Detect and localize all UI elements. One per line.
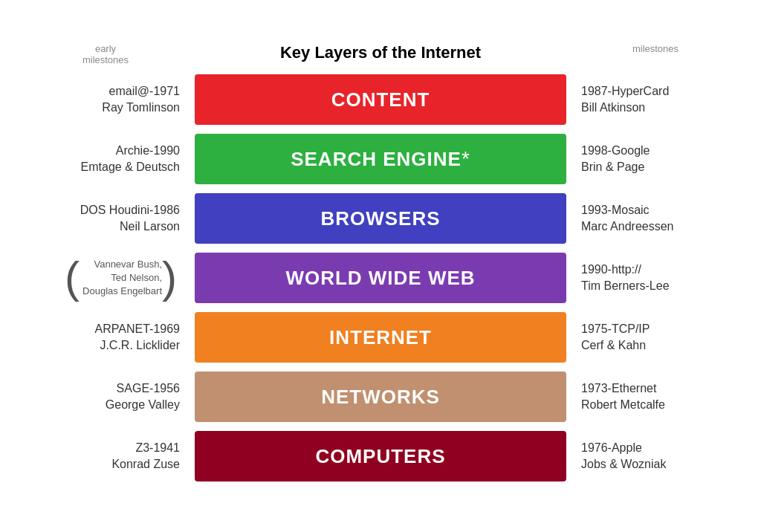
right-info-computers: 1976-AppleJobs & Wozniak <box>566 440 730 473</box>
bar-networks: NETWORKS <box>195 372 566 422</box>
bar-label-www: WORLD WIDE WEB <box>285 267 475 290</box>
left-line1-content: email@-1971 <box>109 85 180 97</box>
layer-row-www: (Vannevar Bush,Ted Nelson,Douglas Engelb… <box>31 251 730 305</box>
right-info-www: 1990-http://Tim Berners-Lee <box>566 262 730 295</box>
right-line2-internet: Cerf & Kahn <box>581 339 646 351</box>
bar-content: CONTENT <box>195 74 566 125</box>
bar-label-content: CONTENT <box>331 88 430 111</box>
left-info-www: (Vannevar Bush,Ted Nelson,Douglas Engelb… <box>31 258 195 299</box>
main-container: early milestones Key Layers of the Inter… <box>24 28 737 504</box>
left-info-internet: ARPANET-1969J.C.R. Licklider <box>31 321 195 354</box>
right-line2-networks: Robert Metcalfe <box>581 398 665 411</box>
right-line1-search-engine: 1998-Google <box>581 144 650 157</box>
layer-row-browsers: DOS Houdini-1986Neil LarsonBROWSERS1993-… <box>31 192 730 245</box>
layer-row-search-engine: Archie-1990Emtage & DeutschSEARCH ENGINE… <box>31 132 730 186</box>
open-bracket-icon: ( <box>65 258 80 298</box>
right-line1-internet: 1975-TCP/IP <box>581 322 650 335</box>
layer-row-computers: Z3-1941Konrad ZuseCOMPUTERS1976-AppleJob… <box>31 429 730 483</box>
left-line1-browsers: DOS Houdini-1986 <box>80 204 180 216</box>
left-info-computers: Z3-1941Konrad Zuse <box>31 440 195 473</box>
bar-label-computers: COMPUTERS <box>315 445 445 468</box>
right-info-internet: 1975-TCP/IPCerf & Kahn <box>566 321 730 354</box>
left-line2-content: Ray Tomlinson <box>102 101 180 114</box>
left-line1-internet: ARPANET-1969 <box>95 322 180 335</box>
left-info-browsers: DOS Houdini-1986Neil Larson <box>31 202 195 236</box>
layers-container: email@-1971Ray TomlinsonCONTENT1987-Hype… <box>31 73 730 483</box>
left-info-search-engine: Archie-1990Emtage & Deutsch <box>31 143 195 176</box>
bar-label-browsers: BROWSERS <box>320 207 440 230</box>
left-line2-computers: Konrad Zuse <box>111 458 180 470</box>
left-line1-networks: SAGE-1956 <box>117 382 180 395</box>
bar-label-internet: INTERNET <box>329 326 432 349</box>
right-line2-computers: Jobs & Wozniak <box>581 458 666 470</box>
right-line2-search-engine: Brin & Page <box>581 160 644 173</box>
right-line1-browsers: 1993-Mosaic <box>581 204 650 216</box>
bar-label-networks: NETWORKS <box>321 386 440 409</box>
header-row: early milestones Key Layers of the Inter… <box>31 43 730 65</box>
right-line2-content: Bill Atkinson <box>581 101 645 114</box>
right-line2-browsers: Marc Andreessen <box>581 220 674 233</box>
left-info-content: email@-1971Ray Tomlinson <box>31 83 195 117</box>
left-info-networks: SAGE-1956George Valley <box>31 380 195 414</box>
bar-internet: INTERNET <box>195 312 566 363</box>
left-line2-browsers: Neil Larson <box>120 220 180 233</box>
right-line2-www: Tim Berners-Lee <box>581 279 670 292</box>
right-info-search-engine: 1998-GoogleBrin & Page <box>566 143 730 176</box>
bar-search-engine: SEARCH ENGINE* <box>195 134 566 184</box>
left-line2-search-engine: Emtage & Deutsch <box>81 160 180 173</box>
right-info-networks: 1973-EthernetRobert Metcalfe <box>566 380 730 414</box>
left-line2-networks: George Valley <box>106 398 180 411</box>
right-line1-content: 1987-HyperCard <box>581 85 669 97</box>
bar-computers: COMPUTERS <box>195 431 566 481</box>
bar-www: WORLD WIDE WEB <box>195 253 566 303</box>
layer-row-networks: SAGE-1956George ValleyNETWORKS1973-Ether… <box>31 370 730 424</box>
bracket-text-www: Vannevar Bush,Ted Nelson,Douglas Engelba… <box>82 258 162 299</box>
layer-row-content: email@-1971Ray TomlinsonCONTENT1987-Hype… <box>31 73 730 126</box>
left-line1-computers: Z3-1941 <box>135 441 180 454</box>
right-line1-networks: 1973-Ethernet <box>581 382 656 395</box>
milestones-label: milestones <box>581 43 730 54</box>
layer-row-internet: ARPANET-1969J.C.R. LickliderINTERNET1975… <box>31 311 730 364</box>
right-line1-computers: 1976-Apple <box>581 441 642 454</box>
right-info-browsers: 1993-MosaicMarc Andreessen <box>566 202 730 236</box>
left-line2-internet: J.C.R. Licklider <box>100 339 180 351</box>
left-line1-search-engine: Archie-1990 <box>116 144 180 157</box>
right-info-content: 1987-HyperCardBill Atkinson <box>566 83 730 117</box>
early-milestones-label: early milestones <box>31 43 180 65</box>
close-bracket-icon: ) <box>162 258 177 298</box>
asterisk-icon: * <box>462 147 470 170</box>
bar-label-search-engine: SEARCH ENGINE* <box>291 147 470 171</box>
page-title: Key Layers of the Internet <box>180 43 581 62</box>
bar-browsers: BROWSERS <box>195 193 566 244</box>
right-line1-www: 1990-http:// <box>581 263 641 276</box>
